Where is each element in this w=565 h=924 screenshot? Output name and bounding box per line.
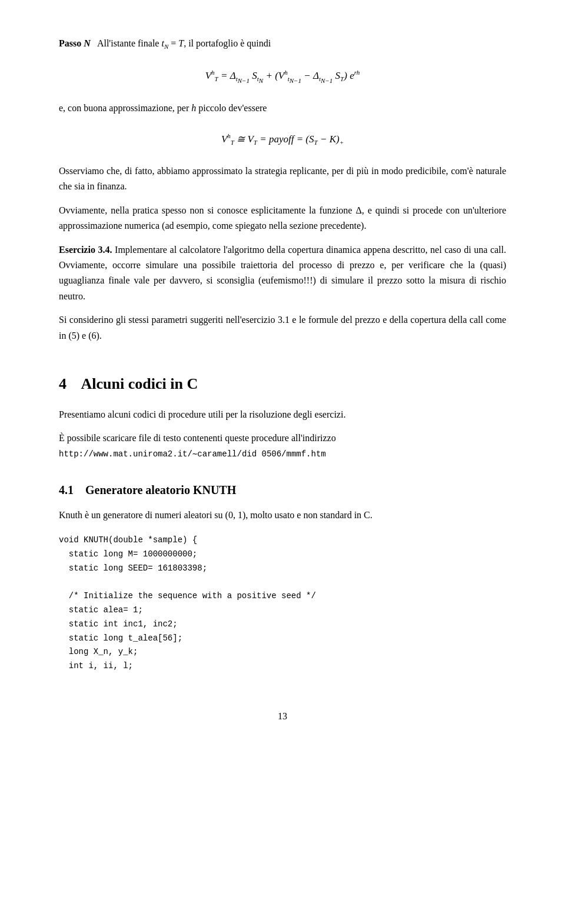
page-content: Passo N All'istante finale tN = T, il po… — [59, 35, 506, 724]
section4-file-text: È possibile scaricare file di testo cont… — [59, 433, 336, 443]
section41-title: Generatore aleatorio KNUTH — [85, 483, 236, 496]
paragraph-si-considerino: Si considerino gli stessi parametri sugg… — [59, 312, 506, 343]
paragraph-ovviamente1: Ovviamente, nella pratica spesso non si … — [59, 203, 506, 234]
exercise-paragraph: Esercizio 3.4. Implementare al calcolato… — [59, 242, 506, 305]
section41-description: Knuth è un generatore di numeri aleatori… — [59, 508, 506, 523]
section4-heading: 4 Alcuni codici in C — [59, 372, 506, 396]
equation-approx: VhT ≅ VT = payoff = (ST − K)+ — [59, 128, 506, 152]
equation-vth: VhT = ΔtN−1 StN + (VhtN−1 − ΔtN−1 ST) er… — [59, 64, 506, 89]
section4-url: http://www.mat.uniroma2.it/∼caramell/did… — [59, 449, 326, 459]
exercise-label: Esercizio 3.4. — [59, 245, 112, 255]
section4-file: È possibile scaricare file di testo cont… — [59, 431, 506, 462]
passo-heading: Passo N All'istante finale tN = T, il po… — [59, 35, 506, 52]
page-number: 13 — [59, 709, 506, 724]
exercise-continuation: Ovviamente, occorre simulare una possibi… — [59, 260, 506, 301]
section41-heading: 4.1 Generatore aleatorio KNUTH — [59, 481, 506, 499]
section4-title: Alcuni codici in C — [81, 375, 198, 392]
approx-intro: e, con buona approssimazione, per h picc… — [59, 101, 506, 116]
section41-number: 4.1 — [59, 483, 74, 496]
passo-label: Passo N — [59, 38, 91, 48]
paragraph-osserviamo: Osserviamo che, di fatto, abbiamo appros… — [59, 164, 506, 195]
exercise-text: Implementare al calcolatore l'algoritmo … — [115, 245, 506, 255]
code-block: void KNUTH(double *sample) { static long… — [59, 533, 506, 673]
section4-number: 4 — [59, 375, 67, 392]
section4-intro: Presentiamo alcuni codici di procedure u… — [59, 407, 506, 422]
